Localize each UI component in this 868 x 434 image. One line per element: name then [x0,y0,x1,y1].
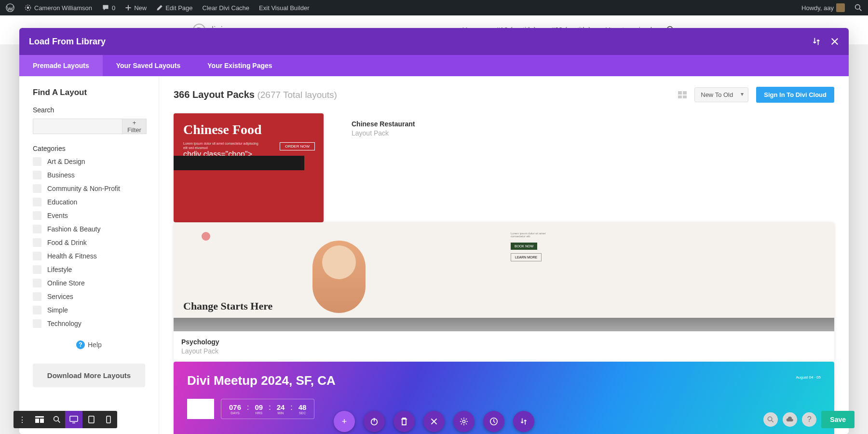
card-title: Chinese Restaurant [352,120,486,128]
category-item[interactable]: Technology [33,319,145,328]
svg-rect-7 [40,419,44,423]
help-icon[interactable]: ? [802,412,816,427]
category-label: Online Store [47,279,85,287]
category-item[interactable]: Education [33,198,145,206]
category-label: Services [47,293,73,300]
save-button[interactable]: Save [821,411,854,428]
category-item[interactable]: Fashion & Beauty [33,225,145,233]
category-label: Art & Design [47,158,85,165]
checkbox[interactable] [33,225,41,233]
menu-icon[interactable]: ⋮ [14,411,31,428]
svg-rect-10 [89,416,94,423]
category-item[interactable]: Business [33,171,145,179]
category-label: Events [47,212,68,219]
howdy-link[interactable]: Howdy, aay [800,3,847,12]
builder-save-bar: ? Save [763,411,854,428]
category-label: Simple [47,306,68,314]
new-link[interactable]: New [123,4,149,12]
category-item[interactable]: Events [33,211,145,220]
filter-button[interactable]: + Filter [122,119,147,134]
category-item[interactable]: Art & Design [33,157,145,166]
builder-responsive-bar: ⋮ [14,411,117,428]
trash-icon[interactable] [393,411,415,432]
checkbox[interactable] [33,157,41,166]
library-sidebar: Find A Layout Search + Filter Categories… [19,76,159,434]
card-sub: Layout Pack [181,347,827,355]
category-item[interactable]: Simple [33,306,145,314]
svg-rect-11 [107,416,110,423]
wp-logo[interactable] [4,3,16,12]
builder-center-bar: + [334,411,534,432]
close-button[interactable] [423,411,445,432]
svg-rect-5 [35,416,44,418]
checkbox[interactable] [33,306,41,314]
card-title: Psychology [181,338,827,346]
add-button[interactable]: + [334,411,355,432]
checkbox[interactable] [33,211,41,220]
category-label: Food & Drink [47,239,87,246]
search-label: Search [33,106,145,114]
checkbox[interactable] [33,292,41,301]
exit-builder-link[interactable]: Exit Visual Builder [257,4,312,12]
tab-premade[interactable]: Premade Layouts [19,55,103,76]
site-name[interactable]: Cameron Williamson [22,4,94,12]
checkbox[interactable] [33,265,41,274]
avatar [836,3,845,12]
search-input[interactable] [33,119,122,134]
category-item[interactable]: Online Store [33,279,145,287]
download-more-button[interactable]: Download More Layouts [33,364,145,387]
category-item[interactable]: Food & Drink [33,238,145,247]
category-label: Community & Non-Profit [47,185,120,192]
checkbox[interactable] [33,279,41,287]
power-icon[interactable] [364,411,385,432]
checkbox[interactable] [33,238,41,247]
layout-card[interactable]: Lorem ipsum dolor sit ametconsectetur el… [174,222,834,362]
search-icon[interactable] [853,4,864,12]
svg-point-3 [855,5,860,10]
search-icon[interactable] [763,412,778,427]
comments-link[interactable]: 0 [100,4,117,12]
modal-header: Load From Library [19,28,849,55]
checkbox[interactable] [33,198,41,206]
tab-saved[interactable]: Your Saved Layouts [103,55,194,76]
portability-icon[interactable] [812,37,821,46]
signin-button[interactable]: Sign In To Divi Cloud [756,87,834,103]
edit-page-link[interactable]: Edit Page [154,4,194,12]
sort-select[interactable]: New To Old [694,87,748,102]
modal-title: Load From Library [29,37,106,47]
checkbox[interactable] [33,184,41,193]
svg-point-15 [768,417,772,420]
cloud-icon[interactable] [783,412,797,427]
checkbox[interactable] [33,252,41,260]
layout-grid: Chinese Food Lorem ipsum dolor sit amet … [174,113,834,222]
category-item[interactable]: Health & Fitness [33,252,145,260]
category-item[interactable]: Services [33,292,145,301]
layout-card[interactable]: Chinese Food Lorem ipsum dolor sit amet … [174,113,324,222]
zoom-icon[interactable] [48,411,66,428]
help-icon: ? [76,340,85,349]
card-sub: Layout Pack [352,129,486,137]
categories-label: Categories [33,145,145,152]
category-label: Technology [47,320,81,327]
category-item[interactable]: Lifestyle [33,265,145,274]
portability-icon[interactable] [513,411,534,432]
checkbox[interactable] [33,319,41,328]
svg-point-13 [462,420,465,422]
desktop-icon[interactable] [65,411,82,428]
card-thumb: Lorem ipsum dolor sit ametconsectetur el… [174,222,834,331]
checkbox[interactable] [33,171,41,179]
phone-icon[interactable] [100,411,117,428]
library-main: 366 Layout Packs (2677 Total layouts) Ne… [159,76,849,434]
gear-icon[interactable] [453,411,475,432]
clear-cache-link[interactable]: Clear Divi Cache [201,4,252,12]
tablet-icon[interactable] [82,411,100,428]
close-icon[interactable] [830,37,839,46]
wireframe-icon[interactable] [31,411,48,428]
view-list-icon[interactable] [678,91,687,98]
history-icon[interactable] [483,411,504,432]
category-item[interactable]: Community & Non-Profit [33,184,145,193]
wp-admin-bar: Cameron Williamson 0 New Edit Page Clear… [0,0,868,15]
help-link[interactable]: ?Help [33,340,145,349]
svg-point-1 [27,7,29,9]
tab-existing[interactable]: Your Existing Pages [194,55,285,76]
